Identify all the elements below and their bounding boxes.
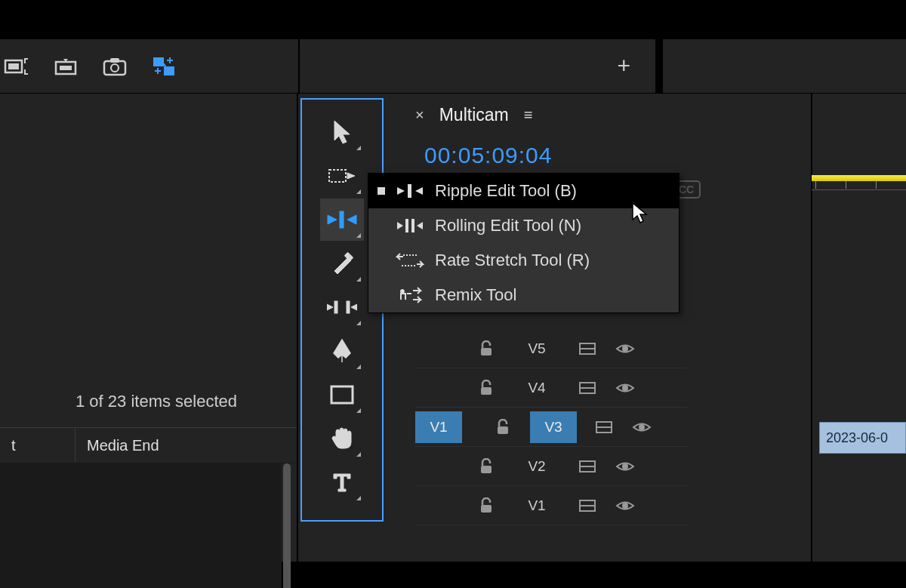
svg-rect-14 [331, 386, 353, 403]
column-header-media-end[interactable]: Media End [76, 437, 297, 454]
timeline-clip[interactable]: 2023-06-0 [819, 422, 906, 454]
overwrite-icon[interactable] [51, 53, 81, 79]
svg-rect-9 [329, 170, 346, 182]
rolling-edit-icon [396, 217, 424, 234]
project-panel: 1 of 23 items selected t Media End [0, 94, 298, 562]
svg-point-43 [622, 503, 628, 509]
sequence-name[interactable]: Multicam [439, 105, 509, 125]
sync-lock-toggle[interactable] [577, 342, 598, 356]
track-target-v1[interactable]: V1 [513, 490, 560, 522]
ripple-edit-tool[interactable] [320, 199, 364, 241]
flyout-label: Rolling Edit Tool (N) [435, 216, 581, 236]
ripple-tool-flyout: Ripple Edit Tool (B) Rolling Edit Tool (… [368, 173, 680, 313]
timeline-ruler[interactable] [812, 175, 906, 190]
lock-toggle[interactable] [476, 458, 497, 475]
lock-toggle[interactable] [476, 380, 497, 396]
rate-stretch-icon [396, 252, 424, 269]
remix-icon [396, 286, 424, 304]
flyout-label: Ripple Edit Tool (B) [435, 181, 577, 201]
sequence-tab-header: × Multicam ≡ [415, 105, 532, 125]
visibility-toggle[interactable] [615, 342, 636, 356]
sync-lock-toggle[interactable] [577, 499, 598, 513]
track-row-v2: V2 [415, 447, 687, 486]
export-frame-icon[interactable] [100, 53, 130, 79]
sync-lock-toggle[interactable] [593, 420, 615, 434]
svg-point-27 [622, 346, 628, 352]
ripple-edit-icon [396, 183, 424, 199]
svg-rect-24 [481, 348, 492, 356]
svg-rect-20 [405, 219, 408, 232]
flyout-item-ripple-edit[interactable]: Ripple Edit Tool (B) [368, 174, 679, 208]
track-target-v5[interactable]: V5 [513, 333, 560, 365]
source-patch-v1[interactable]: V1 [415, 411, 462, 443]
letterbox-top [0, 0, 906, 39]
visibility-toggle[interactable] [631, 420, 652, 434]
flyout-label: Rate Stretch Tool (R) [435, 251, 590, 270]
svg-rect-1 [8, 63, 19, 69]
sync-lock-toggle[interactable] [577, 460, 598, 473]
panel-menu-icon[interactable]: ≡ [524, 106, 533, 124]
svg-point-6 [111, 64, 119, 72]
lock-toggle[interactable] [476, 497, 497, 514]
track-content-divider[interactable] [811, 94, 812, 588]
track-target-v4[interactable]: V4 [513, 372, 560, 404]
svg-rect-40 [481, 505, 492, 513]
track-select-tool[interactable] [320, 155, 364, 197]
selected-indicator-icon [378, 187, 385, 195]
sync-lock-toggle[interactable] [577, 381, 598, 395]
selection-count-label: 1 of 23 items selected [76, 392, 237, 411]
visibility-toggle[interactable] [615, 460, 636, 473]
lock-toggle[interactable] [476, 340, 497, 357]
work-area-bar[interactable] [812, 175, 906, 181]
track-header-area: V5 V4 V1 V3 V2 [415, 329, 687, 525]
panel-top-toolbar: + [0, 39, 906, 94]
visibility-toggle[interactable] [615, 381, 636, 395]
playhead-timecode[interactable]: 00:05:09:04 [424, 143, 552, 168]
track-row-v5: V5 [415, 329, 687, 368]
svg-rect-4 [104, 61, 125, 75]
svg-rect-36 [481, 466, 492, 473]
pen-tool[interactable] [320, 330, 364, 372]
selection-tool[interactable] [320, 111, 364, 153]
track-target-v3[interactable]: V3 [530, 411, 577, 443]
svg-point-35 [639, 424, 645, 430]
column-header-1[interactable]: t [0, 428, 76, 463]
app-main: + 1 of 23 items selected t Media End [0, 39, 906, 562]
type-tool[interactable] [320, 461, 364, 503]
flyout-item-rolling-edit[interactable]: Rolling Edit Tool (N) [368, 208, 679, 243]
lock-toggle[interactable] [492, 419, 513, 436]
comparison-view-icon[interactable] [149, 53, 179, 79]
flyout-label: Remix Tool [435, 285, 516, 305]
insert-overlay-icon[interactable] [2, 53, 32, 79]
add-panel-button[interactable]: + [617, 53, 630, 79]
svg-rect-13 [347, 301, 350, 313]
scrollbar-thumb[interactable] [283, 463, 291, 588]
panel-divider-2 [655, 39, 663, 94]
project-list-area[interactable] [0, 463, 282, 588]
panel-divider [298, 39, 300, 94]
svg-rect-3 [60, 66, 72, 70]
track-row-v1: V1 [415, 486, 687, 525]
timeline-panel: × Multicam ≡ 00:05:09:04 CC [393, 94, 906, 562]
svg-rect-28 [481, 387, 492, 395]
slip-tool[interactable] [320, 286, 364, 328]
svg-rect-12 [334, 301, 337, 313]
svg-rect-7 [153, 57, 164, 66]
svg-rect-10 [340, 211, 344, 228]
ruler-ticks [812, 181, 906, 190]
flyout-item-remix[interactable]: Remix Tool [368, 278, 679, 312]
clip-name-label: 2023-06-0 [826, 430, 888, 446]
track-target-v2[interactable]: V2 [513, 451, 560, 482]
rectangle-tool[interactable] [320, 374, 364, 416]
close-tab-button[interactable]: × [415, 106, 424, 124]
razor-tool[interactable] [320, 242, 364, 285]
flyout-item-rate-stretch[interactable]: Rate Stretch Tool (R) [368, 243, 679, 278]
visibility-toggle[interactable] [615, 499, 636, 513]
column-header-row: t Media End [0, 427, 297, 463]
svg-rect-19 [408, 184, 411, 198]
track-row-v4: V4 [415, 368, 687, 408]
svg-point-31 [622, 385, 628, 391]
hand-tool[interactable] [320, 417, 364, 460]
svg-rect-5 [110, 58, 119, 63]
svg-point-39 [622, 463, 628, 469]
